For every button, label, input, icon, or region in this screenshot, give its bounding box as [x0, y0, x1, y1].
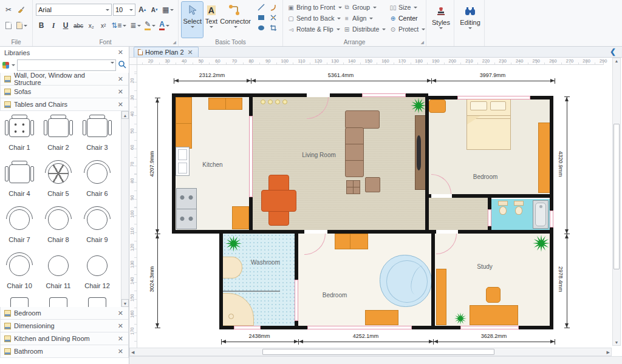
send-to-back-button[interactable]: ▢Send to Back — [286, 15, 342, 22]
room-label-bedroom-2[interactable]: Bedroom — [323, 292, 347, 298]
connector-tool-button[interactable]: Connector — [219, 2, 251, 38]
dimension-label[interactable]: 2978.4mm — [558, 266, 564, 292]
libraries-close-icon[interactable]: ✕ — [117, 49, 125, 56]
shower-divider[interactable] — [222, 291, 280, 292]
kitchen-stove[interactable] — [176, 188, 197, 229]
ottoman[interactable] — [365, 177, 380, 192]
close-library-icon[interactable]: ✕ — [117, 335, 125, 343]
dimension-line[interactable] — [221, 342, 555, 342]
close-library-icon[interactable]: ✕ — [117, 75, 125, 83]
subscript-button[interactable]: x₂ — [86, 19, 97, 32]
library-shape-partial[interactable] — [78, 295, 117, 307]
library-shape-chair-4[interactable]: Chair 4 — [0, 157, 39, 203]
library-section-kitchen-and-dining-room[interactable]: Kitchen and Dining Room✕ — [0, 332, 129, 345]
bed[interactable] — [466, 98, 511, 150]
wall[interactable] — [431, 230, 435, 329]
library-shape-chair-2[interactable]: Chair 2 — [39, 111, 78, 157]
library-shape-chair-9[interactable]: Chair 9 — [78, 203, 117, 249]
library-shape-chair-3[interactable]: Chair 3 — [78, 111, 117, 157]
room-label-bedroom-1[interactable]: Bedroom — [473, 174, 498, 180]
cut-icon[interactable]: ✂ — [3, 4, 14, 16]
desk-chair[interactable] — [486, 287, 501, 303]
styles-button[interactable]: Styles — [429, 3, 453, 29]
library-shape-chair-8[interactable]: Chair 8 — [39, 203, 78, 249]
kitchen-cabinet-bottom[interactable] — [232, 206, 249, 229]
library-section-dimensioning[interactable]: Dimensioning✕ — [0, 320, 129, 332]
wall[interactable] — [219, 230, 223, 329]
wall[interactable] — [425, 96, 429, 234]
dining-table-set[interactable] — [261, 175, 296, 226]
library-section-sofas[interactable]: Sofas✕ — [0, 86, 129, 98]
group-button[interactable]: ⧉Group — [342, 4, 388, 11]
library-section-wall-door-window-and-structure[interactable]: Wall, Door, Window and Structure✕ — [0, 73, 129, 86]
window[interactable] — [457, 96, 530, 99]
window[interactable] — [234, 326, 261, 329]
library-shape-chair-6[interactable]: Chair 6 — [78, 157, 117, 203]
close-library-icon[interactable]: ✕ — [117, 322, 125, 330]
vertical-scrollbar[interactable]: ▲ ▼ — [612, 58, 621, 346]
highlight-icon[interactable]: ✎ — [143, 19, 157, 32]
font-color-icon[interactable]: A — [158, 19, 171, 32]
paste-icon[interactable] — [3, 19, 14, 32]
sofa-side-section[interactable] — [345, 127, 364, 177]
ceiling-light[interactable] — [282, 99, 287, 104]
protect-button[interactable]: ⊙Protect — [388, 25, 427, 33]
library-shape-chair-10[interactable]: Chair 10 — [0, 249, 39, 295]
tv-cabinet[interactable] — [415, 115, 426, 190]
library-shape-chair-11[interactable]: Chair 11 — [39, 249, 78, 295]
dimension-label[interactable]: 4252.1mm — [353, 333, 379, 339]
dimension-label[interactable]: 3628.2mm — [481, 333, 507, 339]
ellipse-tool-icon[interactable] — [256, 22, 267, 34]
library-shape-chair-1[interactable]: Chair 1 — [0, 111, 39, 157]
library-section-tables-and-chairs[interactable]: Tables and Chairs ✕ — [0, 98, 129, 111]
font-dialog-launcher[interactable]: ◢ — [173, 40, 176, 45]
dimension-label[interactable]: 3024.3mm — [149, 266, 155, 292]
decrease-font-icon[interactable]: A▾ — [149, 4, 160, 16]
window[interactable] — [460, 326, 519, 329]
strikethrough-button[interactable]: abc — [72, 19, 84, 32]
side-table[interactable] — [346, 180, 360, 194]
library-shape-partial[interactable] — [39, 295, 78, 307]
kitchen-sink[interactable] — [176, 147, 190, 176]
room-label-kitchen[interactable]: Kitchen — [202, 161, 222, 168]
window[interactable] — [362, 93, 406, 97]
scroll-right-icon[interactable]: ▶ — [607, 350, 610, 355]
bullet-list-icon[interactable]: ≣ — [129, 19, 142, 32]
italic-button[interactable]: I — [48, 19, 59, 32]
bathtub[interactable] — [533, 200, 549, 229]
ceiling-light[interactable] — [268, 99, 273, 104]
dimension-label[interactable]: 2312.2mm — [199, 72, 225, 78]
library-search-input[interactable] — [17, 59, 116, 71]
room-label-washroom[interactable]: Washroom — [251, 259, 280, 266]
dimension-label[interactable]: 5361.4mm — [328, 72, 354, 78]
washroom-sink[interactable] — [222, 257, 242, 278]
dimension-label[interactable]: 4320.9mm — [558, 151, 564, 177]
door-bathroom[interactable] — [488, 209, 491, 226]
dresser[interactable] — [335, 234, 368, 249]
dimension-line[interactable] — [174, 81, 555, 81]
bring-to-front-button[interactable]: ▣Bring to Front — [286, 4, 342, 11]
scroll-left-icon[interactable]: ◀ — [131, 350, 134, 355]
wardrobe[interactable] — [538, 123, 550, 193]
vertical-scroll-thumb[interactable] — [613, 124, 620, 269]
drawing-canvas[interactable]: 2030405060708090100110120130140150160170… — [129, 58, 622, 364]
size-button[interactable]: ▯▯Size — [388, 4, 427, 11]
paste-special-icon[interactable] — [15, 19, 29, 32]
ceiling-light[interactable] — [261, 99, 265, 104]
nightstand[interactable] — [429, 99, 446, 113]
tab-close-icon[interactable]: ✕ — [186, 49, 194, 56]
editing-button[interactable]: Editing — [457, 3, 483, 29]
toilet[interactable] — [498, 201, 508, 215]
close-library-icon[interactable]: ✕ — [117, 348, 125, 356]
center-button[interactable]: ⊕Center — [388, 15, 427, 22]
desk[interactable] — [470, 305, 518, 325]
tab-home-plan-2[interactable]: Home Plan 2 ✕ — [134, 47, 199, 57]
library-shape-chair-7[interactable]: Chair 7 — [0, 203, 39, 249]
dimension-label[interactable]: 4207.9mm — [149, 151, 155, 177]
kitchen-cabinet-top[interactable] — [208, 98, 242, 110]
wall[interactable] — [172, 230, 553, 234]
text-tool-button[interactable]: A Text — [203, 2, 219, 38]
distribute-button[interactable]: ⊞Distribute — [342, 25, 388, 33]
sliding-door-kitchen[interactable] — [249, 116, 253, 197]
library-shape-partial[interactable] — [0, 295, 39, 307]
